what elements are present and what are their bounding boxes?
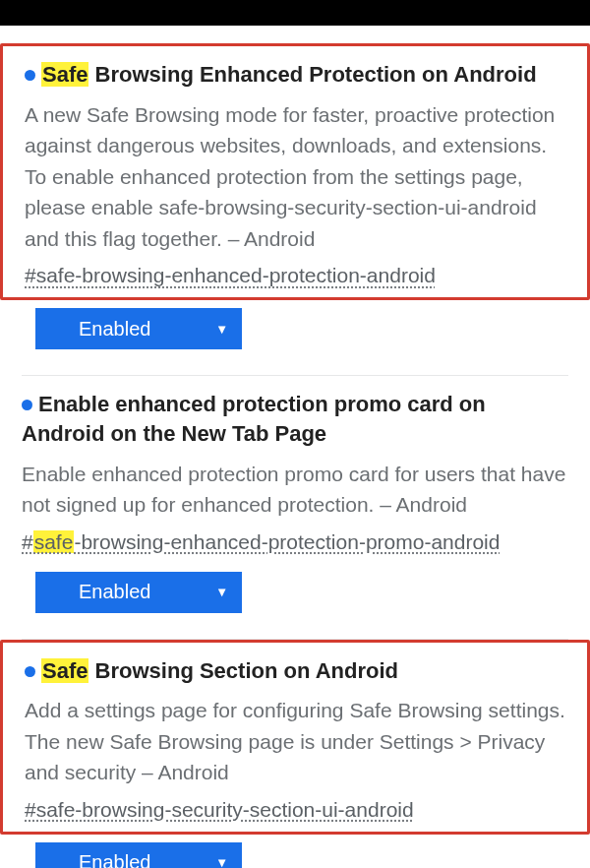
title-text: Browsing Enhanced Protection on Android <box>88 62 536 87</box>
flag-anchor[interactable]: #safe-browsing-enhanced-protection-andro… <box>25 264 436 287</box>
flag-select-row: Enabled▼ <box>0 300 590 363</box>
flag-description: Add a settings page for configuring Safe… <box>25 695 565 788</box>
bullet-icon <box>25 70 35 81</box>
top-black-bar <box>0 0 590 26</box>
anchor-text: # <box>22 530 33 553</box>
flags-container: Safe Browsing Enhanced Protection on And… <box>0 43 590 868</box>
chevron-down-icon: ▼ <box>215 323 228 336</box>
flags-page: Safe Browsing Enhanced Protection on And… <box>0 0 590 868</box>
flag-status-select[interactable]: Enabled▼ <box>35 572 242 613</box>
flag-title: Safe Browsing Enhanced Protection on And… <box>25 60 565 90</box>
flag-description: Enable enhanced protection promo card fo… <box>22 459 568 521</box>
anchor-text: #safe-browsing-enhanced-protection-andro… <box>25 264 436 286</box>
flag-title: Enable enhanced protection promo card on… <box>22 390 568 448</box>
flag-entry: Safe Browsing Section on AndroidAdd a se… <box>0 640 590 835</box>
flag-status-select[interactable]: Enabled▼ <box>35 842 242 868</box>
flag-status-select[interactable]: Enabled▼ <box>35 308 242 349</box>
title-text: Enable enhanced protection promo card on… <box>22 392 486 446</box>
flag-description: A new Safe Browsing mode for faster, pro… <box>25 99 565 255</box>
bullet-icon <box>25 666 35 677</box>
flag-entry: Safe Browsing Enhanced Protection on And… <box>0 43 590 300</box>
select-value: Enabled <box>79 318 150 341</box>
flag-select-row: Enabled▼ <box>0 564 590 627</box>
select-value: Enabled <box>79 851 150 868</box>
bullet-icon <box>22 400 32 410</box>
anchor-text: #safe-browsing-security-section-ui-andro… <box>25 798 414 821</box>
anchor-text: -browsing-enhanced-protection-promo-andr… <box>74 530 500 553</box>
title-highlight: Safe <box>41 658 88 683</box>
select-value: Enabled <box>79 581 150 603</box>
title-highlight: Safe <box>41 62 88 87</box>
chevron-down-icon: ▼ <box>215 586 228 598</box>
flag-entry: Enable enhanced protection promo card on… <box>0 376 590 563</box>
flag-anchor[interactable]: #safe-browsing-security-section-ui-andro… <box>25 798 414 822</box>
flag-anchor[interactable]: #safe-browsing-enhanced-protection-promo… <box>22 530 500 554</box>
title-text: Browsing Section on Android <box>88 658 398 683</box>
anchor-highlight: safe <box>33 530 75 553</box>
flag-title: Safe Browsing Section on Android <box>25 656 565 686</box>
flag-select-row: Enabled▼ <box>0 835 590 868</box>
chevron-down-icon: ▼ <box>215 856 228 868</box>
